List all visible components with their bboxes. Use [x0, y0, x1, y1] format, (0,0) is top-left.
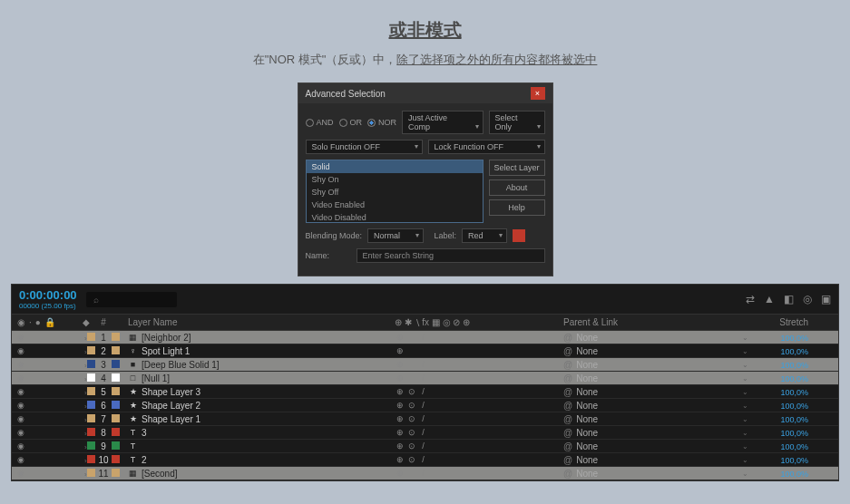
parent-header[interactable]: Parent & Link — [560, 317, 748, 327]
eye-icon[interactable]: ◉ — [17, 360, 24, 369]
table-row[interactable]: ◉›11▦[Second]⊕/@None⌄100,0% — [12, 467, 838, 480]
table-row[interactable]: ◉›2♀Spot Light 1⊕@None⌄100,0% — [12, 344, 838, 358]
parent-value[interactable]: None — [576, 469, 738, 479]
switch-icon[interactable]: / — [418, 441, 428, 451]
chevron-down-icon[interactable]: ⌄ — [742, 361, 748, 369]
layer-name[interactable]: [Null 1] — [142, 373, 170, 383]
radio-nor[interactable]: NOR — [367, 118, 396, 127]
pickwhip-icon[interactable]: @ — [563, 387, 572, 397]
eye-icon[interactable]: ◉ — [17, 401, 24, 410]
label-dropdown[interactable]: Red — [462, 228, 507, 243]
label-swatch[interactable] — [87, 414, 95, 422]
parent-value[interactable]: None — [576, 414, 738, 424]
switch-icon[interactable]: ⊙ — [406, 441, 416, 451]
comp-flowchart-icon[interactable]: ⇄ — [746, 293, 755, 305]
switch-icon[interactable]: / — [418, 401, 428, 411]
stretch-value[interactable]: 100,0% — [780, 402, 808, 411]
table-row[interactable]: ◉›4□[Null 1]⊕/@None⌄100,0% — [12, 372, 838, 385]
stretch-value[interactable]: 100,0% — [780, 456, 808, 465]
pickwhip-icon[interactable]: @ — [563, 414, 572, 424]
eye-column-icon[interactable]: ◉ — [17, 317, 25, 327]
chevron-down-icon[interactable]: ⌄ — [742, 347, 748, 355]
switch-icon[interactable]: / — [418, 414, 428, 424]
label-swatch[interactable] — [87, 346, 95, 354]
table-row[interactable]: ◉›3■[Deep Blue Solid 1]⊕/@None⌄100,0% — [12, 358, 838, 372]
parent-value[interactable]: None — [576, 441, 738, 451]
blend-mode-dropdown[interactable]: Normal — [367, 228, 424, 243]
close-icon[interactable]: × — [531, 87, 545, 100]
label-swatch[interactable] — [87, 387, 95, 395]
parent-value[interactable]: None — [576, 401, 738, 411]
switch-icon[interactable]: / — [418, 469, 428, 479]
radio-or[interactable]: OR — [339, 118, 363, 127]
layer-name[interactable]: Spot Light 1 — [142, 346, 190, 356]
switch-icon[interactable]: ⊕ — [395, 373, 405, 383]
switch-icon[interactable]: ⊕ — [395, 469, 405, 479]
parent-value[interactable]: None — [576, 455, 738, 465]
switch-icon[interactable] — [406, 469, 416, 479]
pickwhip-icon[interactable]: @ — [563, 441, 572, 451]
switch-icon[interactable]: / — [418, 428, 428, 438]
chevron-down-icon[interactable]: ⌄ — [742, 442, 748, 451]
switch-icon[interactable]: ⊕ — [395, 346, 405, 356]
pickwhip-icon[interactable]: @ — [563, 455, 572, 465]
table-row[interactable]: ◉›9T⊕⊙/@None⌄100,0% — [12, 440, 838, 453]
chevron-down-icon[interactable]: ⌄ — [742, 334, 748, 342]
stretch-value[interactable]: 100,0% — [780, 374, 808, 383]
switch-icon[interactable]: ⊙ — [406, 428, 416, 438]
eye-icon[interactable]: ◉ — [17, 455, 24, 464]
shy-icon[interactable]: ◧ — [784, 293, 794, 305]
pickwhip-icon[interactable]: @ — [563, 346, 572, 356]
stretch-value[interactable]: 100,0% — [780, 388, 808, 397]
layer-name[interactable]: Shape Layer 1 — [142, 414, 200, 424]
switch-icon[interactable]: ⊕ — [395, 360, 405, 370]
num-header[interactable]: # — [95, 317, 112, 327]
pickwhip-icon[interactable]: @ — [563, 373, 572, 383]
switch-icon[interactable]: ⊙ — [406, 414, 416, 424]
chevron-down-icon[interactable]: ⌄ — [742, 402, 748, 410]
parent-value[interactable]: None — [576, 373, 738, 383]
chevron-down-icon[interactable]: ⌄ — [742, 374, 748, 383]
switch-icon[interactable] — [406, 360, 416, 370]
stretch-value[interactable]: 100,0% — [780, 361, 808, 370]
eye-icon[interactable]: ◉ — [17, 428, 24, 437]
draft3d-icon[interactable]: ▲ — [764, 293, 775, 305]
label-swatch[interactable] — [87, 428, 95, 436]
switch-icon[interactable]: ⊙ — [406, 387, 416, 397]
chevron-down-icon[interactable]: ⌄ — [742, 470, 748, 478]
layer-name[interactable]: Shape Layer 2 — [142, 401, 200, 411]
switch-icon[interactable]: ⊙ — [406, 401, 416, 411]
switch-icon[interactable]: ⊕ — [395, 387, 405, 397]
table-row[interactable]: ◉›8T 3⊕⊙/@None⌄100,0% — [12, 426, 838, 440]
table-row[interactable]: ◉›6★Shape Layer 2⊕⊙/@None⌄100,0% — [12, 399, 838, 412]
switch-icon[interactable]: / — [418, 333, 428, 343]
label-swatch[interactable] — [87, 373, 95, 382]
switch-icon[interactable] — [406, 373, 416, 383]
parent-value[interactable]: None — [576, 346, 738, 356]
chevron-down-icon[interactable]: ⌄ — [742, 415, 748, 423]
solo-column-icon[interactable]: ● — [35, 317, 41, 327]
table-row[interactable]: ◉›7★Shape Layer 1⊕⊙/@None⌄100,0% — [12, 412, 838, 426]
stretch-value[interactable]: 100,0% — [780, 415, 808, 424]
eye-icon[interactable]: ◉ — [17, 469, 24, 478]
lock-column-icon[interactable]: 🔒 — [44, 317, 55, 327]
layername-header[interactable]: Layer Name — [124, 317, 391, 327]
switch-icon[interactable]: / — [418, 455, 428, 465]
parent-value[interactable]: None — [576, 387, 738, 397]
select-layer-button[interactable]: Select Layer — [489, 160, 545, 176]
table-row[interactable]: ◉›5★Shape Layer 3⊕⊙/@None⌄100,0% — [12, 385, 838, 399]
label-swatch[interactable] — [87, 360, 95, 368]
help-button[interactable]: Help — [489, 199, 545, 216]
eye-icon[interactable]: ◉ — [17, 387, 24, 396]
switch-icon[interactable]: ⊕ — [395, 401, 405, 411]
switch-icon[interactable]: ⊕ — [395, 333, 405, 343]
frame-blend-icon[interactable]: ◎ — [803, 293, 812, 305]
stretch-value[interactable]: 100,0% — [780, 334, 808, 343]
stretch-value[interactable]: 100,0% — [780, 347, 808, 356]
timecode[interactable]: 0:00:00:00 — [19, 288, 77, 302]
lock-function-dropdown[interactable]: Lock Function OFF — [428, 140, 545, 154]
name-search-input[interactable]: Enter Search String — [357, 248, 545, 263]
parent-value[interactable]: None — [576, 428, 738, 438]
table-row[interactable]: ◉›1▦[Neighbor 2]⊕/@None⌄100,0% — [12, 331, 838, 344]
stretch-value[interactable]: 100,0% — [780, 470, 808, 479]
